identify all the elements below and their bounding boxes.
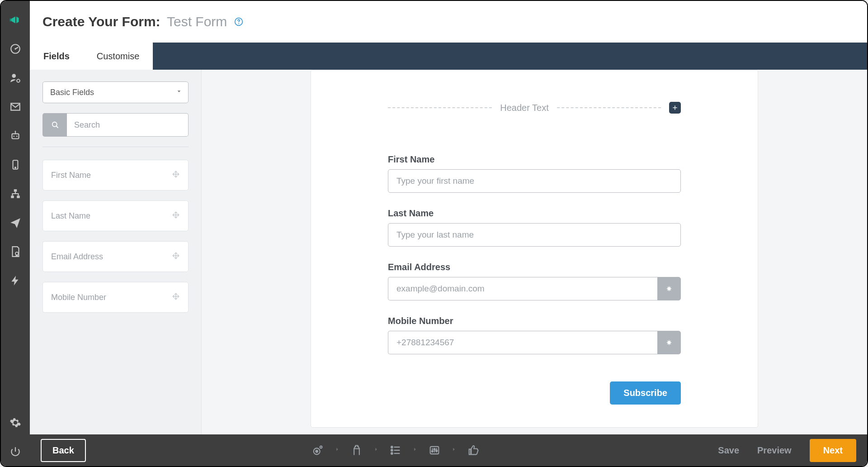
step-list-icon[interactable]: [387, 442, 404, 458]
svg-point-26: [436, 450, 437, 452]
preview-link[interactable]: Preview: [757, 445, 792, 456]
nav-dashboard-icon[interactable]: [1, 34, 30, 63]
field-tile-email[interactable]: Email Address: [42, 241, 189, 272]
page-title: Create Your Form: Test Form: [42, 14, 227, 29]
form-card: Header Text First Name Last Name: [311, 70, 758, 428]
svg-point-9: [15, 167, 16, 168]
chevron-right-icon: [373, 446, 379, 454]
field-category-select-wrap: Basic Fields: [42, 81, 189, 103]
next-button[interactable]: Next: [810, 439, 856, 462]
tab-customise[interactable]: Customise: [83, 43, 153, 70]
svg-point-16: [52, 122, 57, 127]
app-root: Create Your Form: Test Form Fields Custo…: [0, 0, 868, 467]
panel-divider: [42, 147, 189, 147]
svg-point-24: [432, 451, 433, 452]
save-link[interactable]: Save: [718, 445, 739, 456]
label-first-name: First Name: [388, 154, 681, 165]
tabs-ribbon: Fields Customise: [30, 43, 867, 70]
svg-rect-10: [14, 189, 17, 191]
drag-handle-icon: [172, 252, 180, 262]
field-tile-mobile[interactable]: Mobile Number: [42, 282, 189, 313]
svg-rect-4: [12, 134, 19, 139]
drag-handle-icon: [172, 170, 180, 181]
nav-certificate-icon[interactable]: [1, 237, 30, 266]
svg-point-5: [13, 136, 14, 137]
field-tile-label: Last Name: [51, 211, 90, 221]
wizard-steps: [310, 442, 481, 458]
svg-point-22: [391, 453, 393, 454]
step-sliders-icon[interactable]: [426, 442, 443, 458]
svg-point-25: [434, 448, 435, 450]
form-field-first-name: First Name: [388, 154, 681, 193]
svg-rect-12: [17, 195, 20, 198]
nav-megaphone-icon[interactable]: [1, 5, 30, 34]
nav-sitemap-icon[interactable]: [1, 179, 30, 208]
label-last-name: Last Name: [388, 208, 681, 219]
drag-handle-icon: [172, 292, 180, 303]
submit-row: Subscribe: [388, 381, 681, 405]
input-email[interactable]: [388, 277, 657, 300]
main-column: Create Your Form: Test Form Fields Custo…: [30, 1, 867, 466]
input-mobile[interactable]: [388, 331, 657, 354]
svg-point-7: [15, 131, 16, 132]
add-header-button[interactable]: [669, 102, 681, 114]
dashed-line-right: [557, 107, 661, 108]
nav-lightning-icon[interactable]: [1, 266, 30, 295]
svg-rect-11: [11, 195, 14, 198]
nav-send-icon[interactable]: [1, 208, 30, 237]
svg-point-21: [391, 449, 393, 451]
field-tile-label: Email Address: [51, 252, 103, 262]
svg-point-2: [12, 74, 16, 78]
step-thumbs-up-icon[interactable]: [465, 442, 481, 458]
required-asterisk-icon: [657, 331, 681, 354]
input-first-name[interactable]: [388, 169, 681, 193]
required-asterisk-icon: [657, 277, 681, 300]
input-last-name[interactable]: [388, 223, 681, 247]
svg-point-20: [391, 446, 393, 448]
step-design-icon[interactable]: [349, 442, 365, 458]
field-tile-first-name[interactable]: First Name: [42, 160, 189, 191]
tab-fields[interactable]: Fields: [30, 43, 83, 70]
chevron-right-icon: [412, 446, 418, 454]
drag-handle-icon: [172, 211, 180, 221]
nav-settings-icon[interactable]: [1, 408, 30, 437]
dashed-line-left: [388, 107, 492, 108]
back-button[interactable]: Back: [41, 439, 86, 462]
footer-bar: Back: [30, 434, 867, 466]
form-field-mobile: Mobile Number: [388, 316, 681, 354]
form-field-last-name: Last Name: [388, 208, 681, 247]
svg-point-15: [238, 23, 239, 24]
form-field-email: Email Address: [388, 262, 681, 300]
svg-point-6: [16, 136, 18, 137]
label-mobile: Mobile Number: [388, 316, 681, 326]
nav-mail-icon[interactable]: [1, 92, 30, 121]
nav-mobile-icon[interactable]: [1, 150, 30, 179]
nav-user-settings-icon[interactable]: [1, 63, 30, 92]
page-header: Create Your Form: Test Form: [30, 1, 867, 43]
field-category-select[interactable]: Basic Fields: [42, 81, 189, 103]
step-settings-icon[interactable]: [310, 442, 326, 458]
svg-point-19: [320, 446, 322, 448]
form-canvas: Header Text First Name Last Name: [202, 70, 867, 434]
chevron-right-icon: [334, 446, 340, 454]
page-title-prefix: Create Your Form:: [42, 14, 160, 29]
svg-point-1: [14, 48, 16, 49]
field-tile-last-name[interactable]: Last Name: [42, 200, 189, 231]
search-icon[interactable]: [42, 113, 67, 137]
header-text-row: Header Text: [388, 102, 681, 114]
builder-area: Basic Fields First Name: [30, 70, 867, 434]
svg-point-18: [316, 450, 318, 453]
svg-point-13: [15, 252, 19, 255]
nav-power-icon[interactable]: [1, 437, 30, 466]
search-input[interactable]: [67, 113, 189, 137]
chevron-right-icon: [451, 446, 457, 454]
svg-point-3: [17, 79, 20, 82]
header-text-label: Header Text: [500, 103, 548, 113]
nav-rail: [1, 1, 30, 466]
field-search-row: [42, 113, 189, 137]
help-icon[interactable]: [233, 16, 244, 27]
field-tile-label: First Name: [51, 171, 91, 180]
field-tile-label: Mobile Number: [51, 293, 106, 302]
nav-robot-icon[interactable]: [1, 121, 30, 150]
subscribe-button[interactable]: Subscribe: [610, 381, 681, 405]
